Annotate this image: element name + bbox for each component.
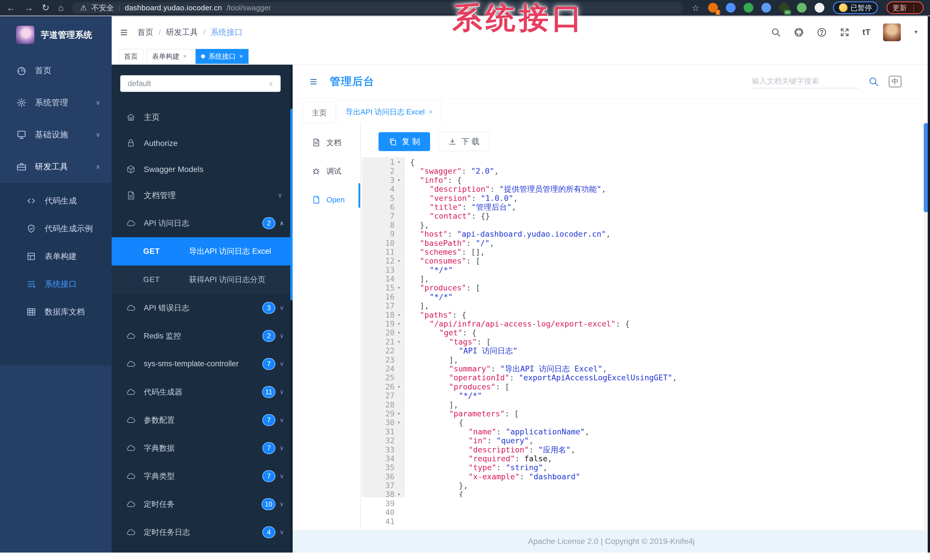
api-group[interactable]: 参数配置7∨ <box>112 406 293 434</box>
doc-tab-主页[interactable]: 主页 <box>303 103 336 123</box>
search-icon[interactable] <box>771 27 781 37</box>
paused-extension-badge[interactable]: 已暂停 <box>833 2 878 14</box>
chevron-down-icon[interactable]: ▼ <box>913 29 919 35</box>
sidebar-subitem-form-builder[interactable]: 表单构建 <box>0 242 112 270</box>
api-group[interactable]: 岗位∨ <box>112 546 293 552</box>
sidebar-subitem-codegen[interactable]: 代码生成 <box>0 187 112 215</box>
doc-search-input[interactable] <box>751 74 858 88</box>
line-number: 23▾ <box>362 355 405 364</box>
back-icon[interactable]: ← <box>6 3 15 12</box>
api-group[interactable]: API 错误日志3∨ <box>112 294 293 322</box>
line-number: 14▾ <box>362 275 405 283</box>
table-icon <box>26 307 36 317</box>
tag-表单构建[interactable]: 表单构建× <box>146 49 192 64</box>
swagger-nav-文档管理[interactable]: 文档管理∨ <box>112 182 293 208</box>
code-line: ], <box>410 400 924 409</box>
update-browser-button[interactable]: 更新 ⋮ <box>887 2 924 14</box>
api-group[interactable]: API 访问日志2∧ <box>112 209 293 237</box>
ext-blue-grid[interactable] <box>761 3 771 12</box>
api-count-badge: 2 <box>262 217 276 229</box>
fold-icon[interactable]: ▾ <box>394 310 403 319</box>
home-icon[interactable]: ⌂ <box>58 3 63 12</box>
bookmark-star-icon[interactable]: ☆ <box>692 3 699 13</box>
breadcrumb-item[interactable]: 研发工具 <box>166 27 198 38</box>
forward-icon[interactable]: → <box>24 3 33 12</box>
swagger-scrollbar[interactable] <box>290 64 293 552</box>
http-method: GET <box>143 275 189 284</box>
swagger-nav-Swagger Models[interactable]: Swagger Models <box>112 156 293 182</box>
tag-系统接口[interactable]: 系统接口× <box>196 49 248 64</box>
breadcrumb-item[interactable]: 系统接口 <box>211 27 243 38</box>
horizontal-scrollbar-strip[interactable] <box>0 552 930 560</box>
sidebar-item-infra[interactable]: 基础设施∨ <box>0 119 112 151</box>
help-icon[interactable] <box>817 27 827 37</box>
doc-tab-导出API 访问日志 Excel[interactable]: 导出API 访问日志 Excel× <box>337 101 442 123</box>
swagger-nav-主页[interactable]: 主页 <box>112 104 293 130</box>
api-group[interactable]: 字典类型7∨ <box>112 462 293 490</box>
close-icon[interactable]: × <box>183 53 187 60</box>
code-line: "version": "1.0.0", <box>410 194 924 203</box>
breadcrumb-item[interactable]: 首页 <box>137 27 154 38</box>
fold-icon[interactable]: ▾ <box>394 176 403 184</box>
api-endpoint[interactable]: GET导出API 访问日志 Excel <box>112 237 293 265</box>
ext-dark[interactable]: 6h <box>779 3 789 12</box>
app-logo-row[interactable]: 芋道管理系统 <box>0 16 112 45</box>
sidebar-item-devtools[interactable]: 研发工具∧ <box>0 151 112 183</box>
api-group[interactable]: 代码生成器11∨ <box>112 378 293 406</box>
fold-icon[interactable]: ▾ <box>394 418 403 427</box>
line-number: 13▾ <box>362 265 405 275</box>
address-bar[interactable]: ⚠ 不安全 | dashboard.yudao.iocoder.cn/tool/… <box>72 2 683 14</box>
api-group[interactable]: Redis 监控2∨ <box>112 322 293 350</box>
sidebar-item-system[interactable]: 系统管理∨ <box>0 87 112 119</box>
api-group-select[interactable]: default ∨ <box>120 75 280 92</box>
side-tab-文档[interactable]: 文档 <box>293 133 360 152</box>
fold-icon[interactable]: ▾ <box>394 256 403 265</box>
language-toggle-icon[interactable]: 中 <box>889 76 901 87</box>
fold-icon[interactable]: ▾ <box>394 328 403 337</box>
fold-icon[interactable]: ▾ <box>394 283 403 292</box>
side-tab-调试[interactable]: 调试 <box>293 162 360 180</box>
swagger-nav-Authorize[interactable]: Authorize <box>112 130 293 156</box>
ext-blue-drop[interactable] <box>726 3 736 12</box>
sidebar-item-home[interactable]: 首页 <box>0 55 112 87</box>
fullscreen-icon[interactable] <box>839 27 850 37</box>
sidebar-subitem-db-doc[interactable]: 数据库文档 <box>0 298 112 326</box>
search-icon[interactable] <box>868 76 879 87</box>
fold-icon[interactable]: ▾ <box>394 409 403 418</box>
close-icon[interactable]: × <box>239 53 243 60</box>
fold-icon[interactable]: ▾ <box>394 382 403 391</box>
fontsize-icon[interactable]: tT <box>862 27 870 37</box>
api-group[interactable]: 字典数据7∨ <box>112 434 293 462</box>
api-group[interactable]: 定时任务日志4∨ <box>112 518 293 546</box>
api-count-badge: 2 <box>262 330 276 342</box>
ext-green-leaf[interactable] <box>797 3 807 12</box>
fold-icon[interactable]: ▾ <box>394 158 403 167</box>
chevron-down-icon: ∨ <box>279 360 284 368</box>
api-count-badge: 4 <box>262 526 276 538</box>
fold-icon[interactable]: ▾ <box>394 319 403 328</box>
side-tab-Open[interactable]: Open <box>293 190 360 209</box>
copy-button[interactable]: 复 制 <box>379 132 430 151</box>
github-icon[interactable] <box>794 27 804 37</box>
sidebar-subitem-system-api[interactable]: 系统接口 <box>0 270 112 298</box>
close-icon[interactable]: × <box>429 108 433 116</box>
download-button[interactable]: 下 载 <box>438 132 490 151</box>
collapse-doc-menu-icon[interactable]: ≡ <box>310 75 317 88</box>
api-endpoint[interactable]: GET获得API 访问日志分页 <box>112 265 293 294</box>
ext-green-ring[interactable] <box>744 3 753 12</box>
sidebar-subitem-codegen-demo[interactable]: 代码生成示例 <box>0 215 112 242</box>
json-editor[interactable]: 1▾2▾3▾4▾5▾6▾7▾8▾9▾10▾11▾12▾13▾14▾15▾16▾1… <box>362 157 924 497</box>
browser-menu-icon[interactable]: ⋮ <box>910 3 918 12</box>
api-group[interactable]: sys-sms-template-controller7∨ <box>112 350 293 378</box>
tag-首页[interactable]: 首页 <box>119 49 143 64</box>
line-number: 21▾ <box>362 338 405 346</box>
avatar[interactable] <box>883 23 901 41</box>
api-group[interactable]: 定时任务10∨ <box>112 490 293 518</box>
fold-icon[interactable]: ▾ <box>394 490 403 499</box>
ext-white-star[interactable] <box>815 3 824 12</box>
fold-icon[interactable]: ▾ <box>394 338 403 346</box>
ext-orange[interactable]: 1 <box>708 3 718 12</box>
line-number: 20▾ <box>362 328 405 337</box>
collapse-sidebar-icon[interactable]: ≡ <box>120 26 128 38</box>
reload-icon[interactable]: ↻ <box>42 3 49 12</box>
